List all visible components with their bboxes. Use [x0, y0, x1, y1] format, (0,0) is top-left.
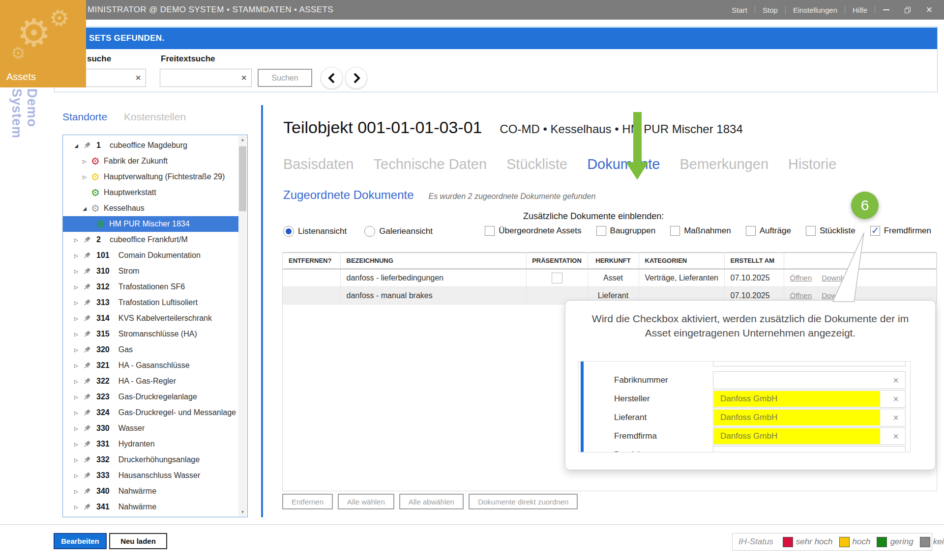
tab-dokumente[interactable]: Dokumente — [587, 156, 660, 172]
tree-item[interactable]: ▷320Gas — [63, 342, 239, 358]
scroll-down-icon[interactable]: ▼ — [238, 508, 247, 516]
tree-item[interactable]: ▷⚙Hauptverwaltung (Fichtestraße 29) — [63, 169, 239, 185]
expand-icon[interactable]: ▷ — [79, 174, 90, 180]
tree-item[interactable]: ⚙HM PUR Mischer 1834 — [63, 216, 239, 232]
expand-icon[interactable]: ▷ — [71, 253, 82, 258]
expand-icon[interactable]: ▷ — [71, 363, 82, 368]
action-button-alle-abwählen[interactable]: Alle abwählen — [399, 494, 464, 509]
expand-icon[interactable]: ▷ — [71, 489, 82, 494]
clear-icon[interactable]: × — [241, 69, 247, 86]
expand-icon[interactable]: ▷ — [71, 504, 82, 510]
tab-basisdaten[interactable]: Basisdaten — [283, 156, 354, 172]
tab-historie[interactable]: Historie — [788, 156, 836, 172]
clear-icon[interactable]: × — [893, 361, 899, 366]
form-input[interactable]: × — [713, 371, 906, 389]
clear-icon[interactable]: × — [893, 428, 899, 445]
freetext-search-input[interactable]: × — [160, 69, 252, 87]
expand-icon[interactable]: ▷ — [71, 300, 82, 306]
expand-icon[interactable]: ▷ — [71, 394, 82, 400]
expand-icon[interactable]: ▷ — [71, 473, 82, 478]
tree-item[interactable]: ▷324Gas-Druckregel- und Messanlage — [63, 405, 239, 420]
form-input[interactable]: Danfoss GmbH× — [713, 390, 906, 408]
edit-button[interactable]: Bearbeiten — [54, 533, 107, 549]
expand-icon[interactable]: ▷ — [71, 410, 82, 416]
tree-item[interactable]: ▷310Strom — [63, 263, 239, 279]
checkbox-baugruppen[interactable] — [596, 226, 606, 236]
tree-item[interactable]: ⚙Hauptwerkstatt — [63, 185, 239, 200]
minimize-button[interactable] — [875, 0, 897, 20]
action-button-entfernen[interactable]: Entfernen — [282, 494, 333, 509]
tree-item[interactable]: ▷322HA - Gas-Regler — [63, 373, 239, 389]
scrollbar-thumb[interactable] — [239, 146, 246, 211]
form-input[interactable]: Danfoss GmbH× — [713, 409, 906, 426]
clear-icon[interactable]: × — [893, 372, 899, 389]
tree-item[interactable]: ▷⚙Fabrik der Zukunft — [63, 153, 239, 169]
restore-button[interactable] — [897, 0, 918, 20]
tree-item[interactable]: ▷313Trafostation Luftisoliert — [63, 295, 239, 310]
tree-item[interactable]: ◢1cubeoffice Magdeburg — [63, 138, 239, 153]
tree-item[interactable]: ▷330Wasser — [63, 420, 239, 436]
expand-icon[interactable]: ▷ — [71, 284, 82, 290]
checkbox-aufträge[interactable] — [746, 226, 756, 236]
collapse-icon[interactable]: ◢ — [79, 206, 90, 211]
tree-item[interactable]: ▷341Nahwärme — [63, 499, 239, 515]
presentation-checkbox[interactable] — [552, 273, 562, 283]
tree-item[interactable]: ▷323Gas-Druckregelanlage — [63, 389, 239, 405]
pin-icon — [82, 251, 92, 260]
tree-item[interactable]: ▷2cubeoffice Frankfurt/M — [63, 232, 239, 248]
tab-kostenstellen[interactable]: Kostenstellen — [124, 111, 186, 123]
expand-icon[interactable]: ▷ — [71, 457, 82, 463]
titlebar-menu-item[interactable]: Start — [724, 6, 755, 14]
expand-icon[interactable]: ▷ — [71, 347, 82, 353]
checkbox-übergeordnete-assets[interactable] — [485, 226, 495, 236]
collapse-icon[interactable]: ◢ — [71, 143, 82, 148]
action-button-alle-wählen[interactable]: Alle wählen — [338, 494, 394, 509]
tree-item[interactable]: ▷315Stromanschlüsse (HA) — [63, 326, 239, 342]
previous-result-button[interactable] — [321, 67, 343, 89]
titlebar-menu-item[interactable]: Stop — [755, 6, 785, 14]
titlebar-menu-item[interactable]: Hilfe — [845, 6, 875, 14]
expand-icon[interactable]: ▷ — [71, 237, 82, 243]
expand-icon[interactable]: ▷ — [71, 269, 82, 274]
expand-icon[interactable]: ▷ — [71, 379, 82, 384]
tree-scrollbar[interactable]: ▲ ▼ — [238, 136, 247, 516]
clear-icon[interactable]: × — [893, 391, 899, 407]
tree-item[interactable]: ▷321HA - Gasanschlüsse — [63, 358, 239, 373]
expand-icon[interactable]: ▷ — [79, 159, 90, 164]
tile-label: Assets — [6, 71, 36, 83]
form-input[interactable]: Danfoss GmbH× — [713, 427, 906, 445]
tab-bemerkungen[interactable]: Bemerkungen — [679, 156, 768, 172]
tree-item[interactable]: ▷312Trafostationen SF6 — [63, 279, 239, 295]
tree-item[interactable]: ▷331Hydranten — [63, 436, 239, 452]
close-button[interactable]: × — [918, 0, 940, 20]
radio-galerieansicht[interactable] — [364, 226, 375, 237]
titlebar-menu-item[interactable]: Einstellungen — [786, 6, 845, 14]
form-input[interactable]: × — [713, 361, 906, 366]
clear-icon[interactable]: × — [893, 447, 899, 452]
form-input[interactable]: × — [713, 446, 906, 452]
tree-item[interactable]: ▷314KVS Kabelverteilerschrank — [63, 310, 239, 326]
action-button-dokumente-direkt-zuordnen[interactable]: Dokumente direkt zuordnen — [469, 494, 578, 509]
expand-icon[interactable]: ▷ — [71, 442, 82, 447]
tab-technische-daten[interactable]: Technische Daten — [374, 156, 487, 172]
panel-divider — [261, 105, 263, 517]
expand-icon[interactable]: ▷ — [71, 316, 82, 321]
tree-item[interactable]: ▷340Nahwärme — [63, 483, 239, 499]
tree-item[interactable]: ◢⚙Kesselhaus — [63, 200, 239, 216]
tab-standorte[interactable]: Standorte — [62, 111, 107, 123]
reload-button[interactable]: Neu laden — [109, 533, 167, 549]
tree-item[interactable]: ▷333Hausanschluss Wasser — [63, 468, 239, 483]
search-button[interactable]: Suchen — [258, 69, 312, 87]
checkbox-maßnahmen[interactable] — [670, 226, 680, 236]
expand-icon[interactable]: ▷ — [71, 332, 82, 337]
next-result-button[interactable] — [345, 67, 367, 89]
tree-item[interactable]: ▷101Comain Dokumentation — [63, 248, 239, 263]
scroll-up-icon[interactable]: ▲ — [238, 136, 247, 144]
assets-module-tile[interactable]: ⚙ ⚙ ⚙ Assets — [0, 0, 86, 87]
clear-icon[interactable]: × — [893, 409, 899, 426]
tab-stückliste[interactable]: Stückliste — [506, 156, 567, 172]
clear-icon[interactable]: × — [135, 69, 141, 86]
radio-listenansicht[interactable] — [283, 226, 294, 237]
tree-item[interactable]: ▷332Druckerhöhungsanlage — [63, 452, 239, 468]
expand-icon[interactable]: ▷ — [71, 426, 82, 431]
